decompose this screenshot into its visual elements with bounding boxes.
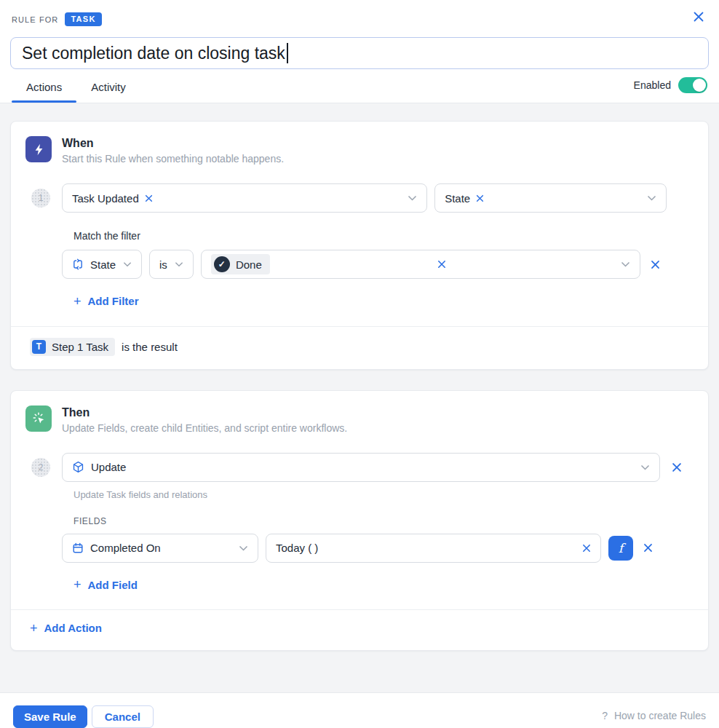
then-card-titles: Then Update Fields, create child Entitie… <box>62 405 347 434</box>
when-card-titles: When Start this Rule when something nota… <box>62 136 284 165</box>
step-result-label: Step 1 Task <box>52 341 108 353</box>
fields-section-label: FIELDS <box>74 516 694 526</box>
field-formula-input[interactable]: Today ( ) <box>266 534 601 563</box>
filter-row: State is <box>62 250 694 279</box>
field-row: Completed On Today ( ) f <box>62 534 694 563</box>
when-card: When Start this Rule when something nota… <box>10 121 709 370</box>
question-mark-icon: ? <box>602 710 608 721</box>
chevron-down-icon <box>613 261 630 267</box>
footer-bar: Save Rule Cancel ? How to create Rules <box>0 692 719 728</box>
tab-actions[interactable]: Actions <box>12 75 76 103</box>
result-suffix-text: is the result <box>122 341 178 353</box>
help-link[interactable]: ? How to create Rules <box>602 710 706 721</box>
clear-trigger-field-icon[interactable] <box>476 194 484 202</box>
workflow-state-icon <box>72 258 84 270</box>
chevron-down-icon <box>633 464 650 470</box>
state-value-chip: ✓ Done <box>211 254 270 274</box>
trigger-field-select[interactable]: State <box>434 183 667 213</box>
filter-field-value: State <box>90 258 116 271</box>
then-card-header: Then Update Fields, create child Entitie… <box>25 405 694 434</box>
then-title: Then <box>62 406 347 419</box>
match-filter-label: Match the filter <box>74 230 694 242</box>
remove-action-icon[interactable] <box>669 459 685 475</box>
header: RULE FOR TASK Set completion date on clo… <box>0 0 719 103</box>
trigger-step-main: Task Updated State <box>62 183 694 213</box>
when-card-footer: T Step 1 Task is the result <box>11 326 708 369</box>
remove-filter-icon[interactable] <box>648 257 663 272</box>
filter-value-select[interactable]: ✓ Done <box>201 250 640 279</box>
add-field-label: Add Field <box>88 579 138 591</box>
entity-type-badge: TASK <box>65 12 101 26</box>
save-rule-button[interactable]: Save Rule <box>13 705 87 728</box>
chevron-down-icon <box>640 195 656 201</box>
when-title: When <box>62 137 284 150</box>
then-card: Then Update Fields, create child Entitie… <box>10 390 709 651</box>
close-icon[interactable] <box>693 11 704 23</box>
when-card-header: When Start this Rule when something nota… <box>25 136 694 165</box>
action-select[interactable]: Update <box>62 453 660 482</box>
rule-editor: RULE FOR TASK Set completion date on clo… <box>0 0 719 728</box>
add-filter-button[interactable]: + Add Filter <box>74 295 139 307</box>
field-name-select[interactable]: Completed On <box>62 534 258 563</box>
remove-field-icon[interactable] <box>640 540 656 555</box>
chevron-down-icon <box>400 195 417 201</box>
help-link-label: How to create Rules <box>614 710 706 721</box>
trigger-step-row: 1 Task Updated <box>31 183 694 213</box>
add-field-button[interactable]: + Add Field <box>74 579 138 591</box>
lightning-icon <box>25 136 52 162</box>
chevron-down-icon <box>231 545 248 551</box>
action-click-icon <box>25 405 52 432</box>
cancel-button[interactable]: Cancel <box>92 705 154 728</box>
filter-section: Match the filter Stat <box>62 230 694 309</box>
clear-filter-value-icon[interactable] <box>437 260 446 269</box>
step-number-badge: 2 <box>31 458 50 477</box>
step-number-badge: 1 <box>31 189 50 207</box>
action-step-row: 2 Update <box>31 453 694 482</box>
rule-for-label: RULE FOR <box>12 15 58 24</box>
clear-trigger-icon[interactable] <box>145 194 153 202</box>
action-select-row: Update <box>62 453 694 482</box>
plus-icon: + <box>30 623 38 633</box>
action-select-value: Update <box>91 461 126 473</box>
plus-icon: + <box>74 579 82 590</box>
tab-activity[interactable]: Activity <box>76 75 140 103</box>
state-chip-label: Done <box>236 258 262 271</box>
field-name-value: Completed On <box>90 542 161 554</box>
action-detail-section: Update Task fields and relations FIELDS … <box>62 489 694 593</box>
add-action-button[interactable]: + Add Action <box>30 622 102 634</box>
cube-icon <box>72 461 84 473</box>
chevron-down-icon <box>167 261 183 267</box>
text-cursor <box>287 43 288 63</box>
enabled-toggle[interactable] <box>678 77 707 93</box>
then-card-body: Then Update Fields, create child Entitie… <box>11 391 708 610</box>
action-hint-text: Update Task fields and relations <box>74 489 694 500</box>
task-type-icon: T <box>32 340 46 354</box>
rule-title-text: Set completion date on closing task <box>22 44 285 63</box>
chevron-down-icon <box>116 261 132 267</box>
when-card-body: When Start this Rule when something nota… <box>11 122 708 326</box>
toggle-knob <box>693 79 706 92</box>
tabs-row: Actions Activity Enabled <box>0 75 719 103</box>
trigger-select[interactable]: Task Updated <box>62 183 427 213</box>
filter-operator-select[interactable]: is <box>149 250 194 279</box>
when-subtitle: Start this Rule when something notable h… <box>62 153 284 165</box>
rule-for-row: RULE FOR TASK <box>0 12 719 26</box>
then-subtitle: Update Fields, create child Entities, an… <box>62 422 347 434</box>
trigger-select-value: Task Updated <box>72 192 139 205</box>
calendar-icon <box>72 542 84 554</box>
plus-icon: + <box>74 296 82 306</box>
field-formula-value: Today ( ) <box>276 542 318 554</box>
main-content: When Start this Rule when something nota… <box>0 103 719 692</box>
rule-title-input[interactable]: Set completion date on closing task <box>10 37 709 69</box>
done-state-icon: ✓ <box>214 256 230 272</box>
filter-field-select[interactable]: State <box>62 250 142 279</box>
enabled-label: Enabled <box>634 79 671 91</box>
action-step-main: Update <box>62 453 694 482</box>
step-result-chip: T Step 1 Task <box>30 338 115 356</box>
add-action-section: + Add Action <box>11 609 708 650</box>
clear-formula-icon[interactable] <box>582 544 591 553</box>
add-filter-label: Add Filter <box>88 295 139 307</box>
formula-editor-button[interactable]: f <box>608 536 633 561</box>
add-action-label: Add Action <box>44 622 102 634</box>
filter-operator-value: is <box>159 258 167 271</box>
